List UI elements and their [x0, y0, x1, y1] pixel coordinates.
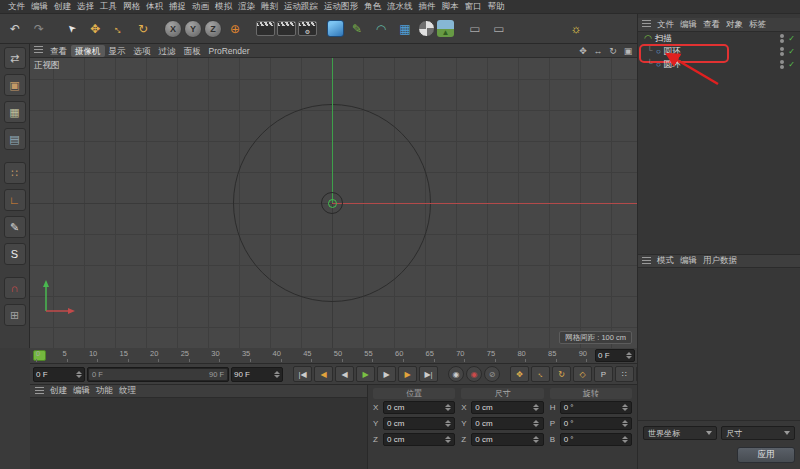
spinner-icon[interactable]	[621, 420, 628, 427]
end-frame-field[interactable]: 90 F	[231, 367, 283, 382]
previous-frame-button[interactable]: ◀	[335, 366, 354, 382]
next-key-button[interactable]: ▶	[398, 366, 417, 382]
circle-object-row[interactable]: ○ 圆环 ✓	[638, 45, 800, 58]
circle-object-row-2[interactable]: ○ 圆环 ✓	[638, 58, 800, 71]
render-view-icon[interactable]	[256, 21, 275, 36]
y-axis-lock-icon[interactable]: Y	[184, 20, 202, 38]
coordinate-system-icon[interactable]: ⊕	[224, 18, 246, 40]
menu-item[interactable]: 窗口	[462, 1, 485, 13]
screen-layout-icon[interactable]: ▭	[488, 18, 510, 40]
viewport-menu-item[interactable]: 摄像机	[71, 45, 105, 57]
keyframe-presets-icon[interactable]: ∷	[615, 366, 634, 382]
size-y-field[interactable]: 0 cm	[471, 417, 543, 430]
rotate-tool-icon[interactable]: ↻	[132, 18, 154, 40]
viewport-canvas[interactable]: 正视图 网格间距 : 100 cm	[30, 58, 637, 348]
texture-mode-icon[interactable]: ▦	[4, 101, 26, 123]
menu-item[interactable]: 流水线	[384, 1, 416, 13]
workplane-mode-icon[interactable]: ▤	[4, 128, 26, 150]
attribute-menu-item[interactable]: 编辑	[677, 255, 700, 267]
menu-item[interactable]: 网格	[120, 1, 143, 13]
preview-range-slider[interactable]: 0 F 90 F	[87, 367, 229, 382]
record-parameter-toggle[interactable]: ◇	[573, 366, 592, 382]
record-point-level-button[interactable]: P	[594, 366, 613, 382]
enable-axis-icon[interactable]: ∟	[4, 189, 26, 211]
sweep-object-row[interactable]: ◠ 扫描 ✓	[638, 32, 800, 45]
rotation-p-field[interactable]: 0 °	[560, 417, 632, 430]
points-mode-icon[interactable]: ∷	[4, 162, 26, 184]
record-position-toggle[interactable]: ✥	[510, 366, 529, 382]
menu-item[interactable]: 捕捉	[166, 1, 189, 13]
spinner-icon[interactable]	[625, 352, 632, 359]
rotate-view-icon[interactable]: ↻	[607, 46, 619, 56]
spinner-icon[interactable]	[533, 404, 540, 411]
z-axis-lock-icon[interactable]: Z	[204, 20, 222, 38]
position-y-field[interactable]: 0 cm	[383, 417, 455, 430]
attribute-area[interactable]	[638, 269, 800, 420]
current-frame-field[interactable]: 0 F	[33, 367, 85, 382]
rotation-h-field[interactable]: 0 °	[560, 401, 632, 414]
go-to-start-button[interactable]: |◀	[293, 366, 312, 382]
rotation-b-field[interactable]: 0 °	[560, 433, 632, 446]
make-editable-icon[interactable]: ⇄	[4, 47, 26, 69]
record-keyframe-button[interactable]: ◉	[448, 366, 464, 382]
go-to-end-button[interactable]: ▶|	[419, 366, 438, 382]
menu-item[interactable]: 创建	[51, 1, 74, 13]
spline-pen-icon[interactable]: ✎	[4, 216, 26, 238]
size-x-field[interactable]: 0 cm	[471, 401, 543, 414]
snap-magnet-icon[interactable]: ∩	[4, 277, 26, 299]
menu-item[interactable]: 插件	[416, 1, 439, 13]
visibility-dots-icon[interactable]	[780, 46, 785, 57]
spinner-icon[interactable]	[273, 371, 280, 378]
add-spline-icon[interactable]: ✎	[346, 18, 368, 40]
material-menu-item[interactable]: 纹理	[116, 385, 139, 397]
record-scale-toggle[interactable]: ↔	[531, 366, 550, 382]
viewport-menu-item[interactable]: 面板	[180, 45, 205, 57]
render-picture-viewer-icon[interactable]	[277, 21, 296, 36]
menu-item[interactable]: 运动图形	[321, 1, 361, 13]
menu-item[interactable]: 动画	[189, 1, 212, 13]
material-list-area[interactable]	[30, 398, 367, 469]
autokey-button[interactable]: ◉	[466, 366, 482, 382]
menu-item[interactable]: 文件	[5, 1, 28, 13]
enabled-check-icon[interactable]: ✓	[788, 47, 795, 56]
menu-item[interactable]: 渲染	[235, 1, 258, 13]
spinner-icon[interactable]	[533, 420, 540, 427]
workplane-snap-icon[interactable]: ⊞	[4, 304, 26, 326]
viewport-menu-item[interactable]: ProRender	[205, 45, 254, 57]
menu-item[interactable]: 编辑	[28, 1, 51, 13]
object-manager-menu-item[interactable]: 查看	[700, 19, 723, 31]
menu-item[interactable]: 脚本	[439, 1, 462, 13]
viewport-menu-item[interactable]: 选项	[130, 45, 155, 57]
x-axis-lock-icon[interactable]: X	[164, 20, 182, 38]
ruler-frame-field[interactable]: 0 F	[595, 349, 635, 362]
add-cube-icon[interactable]	[327, 20, 344, 37]
menu-item[interactable]: 体积	[143, 1, 166, 13]
attribute-menu-item[interactable]: 模式	[654, 255, 677, 267]
panel-menu-icon[interactable]	[642, 257, 651, 266]
default-light-icon[interactable]: ☼	[565, 18, 587, 40]
menu-item[interactable]: 工具	[97, 1, 120, 13]
size-mode-dropdown[interactable]: 尺寸	[721, 426, 795, 440]
panel-menu-icon[interactable]	[642, 20, 651, 29]
viewport-menu-item[interactable]: 显示	[105, 45, 130, 57]
viewport-menu-item[interactable]: 过滤	[155, 45, 180, 57]
position-z-field[interactable]: 0 cm	[383, 433, 455, 446]
object-manager-menu-item[interactable]: 标签	[746, 19, 769, 31]
record-rotation-toggle[interactable]: ↻	[552, 366, 571, 382]
spinner-icon[interactable]	[444, 404, 451, 411]
live-selection-icon[interactable]: ➤	[60, 18, 82, 40]
spinner-icon[interactable]	[621, 404, 628, 411]
add-generator-icon[interactable]: ◠	[370, 18, 392, 40]
enabled-check-icon[interactable]: ✓	[788, 34, 795, 43]
viewport-menu-item[interactable]: 查看	[46, 45, 71, 57]
spinner-icon[interactable]	[533, 436, 540, 443]
size-z-field[interactable]: 0 cm	[471, 433, 543, 446]
undo-icon[interactable]: ↶	[4, 18, 26, 40]
redo-icon[interactable]: ↷	[28, 18, 50, 40]
spinner-icon[interactable]	[621, 436, 628, 443]
attribute-menu-item[interactable]: 用户数据	[700, 255, 740, 267]
render-settings-icon[interactable]: ⚙	[298, 21, 317, 36]
menu-item[interactable]: 模拟	[212, 1, 235, 13]
add-material-icon[interactable]	[418, 20, 435, 37]
add-volume-icon[interactable]: ▦	[394, 18, 416, 40]
